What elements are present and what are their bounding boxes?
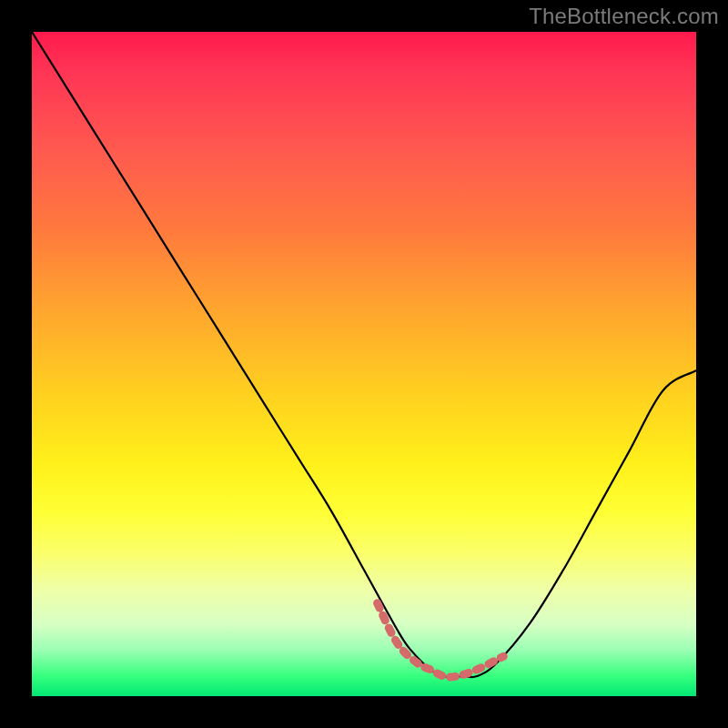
watermark-text: TheBottleneck.com bbox=[529, 4, 719, 29]
chart-svg bbox=[32, 32, 696, 696]
bottleneck-curve-path bbox=[32, 32, 696, 677]
bottleneck-flat-segment-path bbox=[378, 603, 504, 677]
plot-area bbox=[32, 32, 696, 696]
chart-lines bbox=[32, 32, 696, 677]
chart-frame: TheBottleneck.com bbox=[0, 0, 728, 728]
